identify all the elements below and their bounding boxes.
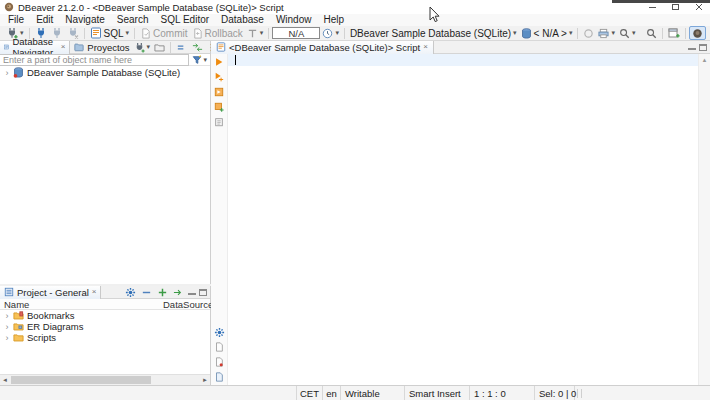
collapse-item-button[interactable] <box>140 286 153 298</box>
search-icon <box>619 28 630 39</box>
error-log-icon <box>214 357 224 367</box>
editor-settings-button[interactable] <box>213 326 226 338</box>
expand-chevron-icon[interactable]: › <box>4 333 10 343</box>
toolbar-separator <box>577 28 578 39</box>
tree-item-er-diagrams[interactable]: › ER Diagrams <box>0 321 210 332</box>
open-perspective-button[interactable] <box>666 26 682 40</box>
link-with-editor-button[interactable] <box>191 41 204 53</box>
tree-item-bookmarks[interactable]: › Bookmarks <box>0 310 210 321</box>
filter-settings-button[interactable]: ▾ <box>189 55 210 65</box>
project-settings-button[interactable] <box>124 286 137 298</box>
expand-item-button[interactable] <box>156 286 169 298</box>
minimize-view-button[interactable] <box>188 289 196 295</box>
menu-file[interactable]: File <box>2 14 30 26</box>
active-schema-combo[interactable]: < N/A > ▾ <box>519 26 575 40</box>
scripts-folder-icon <box>13 332 24 343</box>
status-timezone: CET <box>296 386 322 400</box>
execute-statement-button[interactable] <box>213 56 226 68</box>
dropdown-arrow-icon: ▾ <box>126 29 130 37</box>
project-toolbar <box>124 286 210 298</box>
menu-sql-editor[interactable]: SQL Editor <box>155 14 216 26</box>
panel-new-connection-button[interactable]: ▾ <box>134 40 151 54</box>
printer-icon <box>598 28 609 39</box>
link-with-editor-button[interactable] <box>172 286 185 298</box>
collapse-all-button[interactable] <box>175 41 188 53</box>
refresh-button[interactable] <box>581 26 596 40</box>
scroll-left-icon[interactable]: ◄ <box>0 375 10 385</box>
execute-new-tab-button[interactable] <box>213 71 226 83</box>
tab-database-navigator[interactable]: Database Navigator × <box>0 41 70 54</box>
rollback-button[interactable]: Rollback <box>190 26 245 40</box>
menu-edit[interactable]: Edit <box>30 14 59 26</box>
show-error-log-button[interactable] <box>213 356 226 368</box>
projects-tab-icon <box>74 42 84 52</box>
tab-label: Project - General <box>17 287 89 298</box>
dbeaver-perspective-button[interactable] <box>689 26 706 40</box>
menu-search[interactable]: Search <box>111 14 155 26</box>
dropdown-arrow-icon: ▾ <box>260 29 264 37</box>
status-selection: Sel: 0 | 0 <box>534 386 575 400</box>
maximize-view-button[interactable] <box>699 44 707 51</box>
folder-new-icon <box>154 42 165 53</box>
execute-script-new-icon <box>214 102 224 112</box>
rollback-label: Rollback <box>205 28 243 39</box>
object-filter-input[interactable] <box>0 54 189 66</box>
scroll-up-icon[interactable]: ▲ <box>699 54 710 65</box>
tab-project-general[interactable]: Project - General × <box>0 286 101 299</box>
scroll-right-icon[interactable]: ► <box>200 375 210 385</box>
transaction-timeout-value: N/A <box>288 28 304 39</box>
commit-icon <box>140 28 151 39</box>
vertical-scrollbar[interactable]: ▲ <box>698 54 710 385</box>
transaction-log-button[interactable]: ▾ <box>320 26 341 40</box>
column-datasource-header[interactable]: DataSource <box>163 299 213 310</box>
active-connection-combo[interactable]: DBeaver Sample Database (SQLite) ▾ <box>348 26 519 40</box>
execute-script-new-button[interactable] <box>213 101 226 113</box>
horizontal-scrollbar[interactable]: ◄ ► <box>0 374 210 385</box>
transaction-timeout-combo[interactable]: N/A <box>272 27 320 39</box>
current-line-highlight <box>228 54 698 66</box>
tab-sql-script[interactable]: <DBeaver Sample Database (SQLite)> Scrip… <box>211 41 434 54</box>
mouse-cursor <box>429 6 441 24</box>
menu-database[interactable]: Database <box>215 14 270 26</box>
disconnect-button[interactable] <box>65 26 81 40</box>
menu-help[interactable]: Help <box>317 14 350 26</box>
tab-close-icon[interactable]: × <box>61 43 66 51</box>
execute-script-icon <box>214 87 224 97</box>
toolbar-separator <box>344 28 345 39</box>
maximize-view-button[interactable] <box>199 289 207 296</box>
expand-chevron-icon[interactable]: › <box>4 311 10 321</box>
new-folder-button[interactable] <box>153 41 166 53</box>
sql-text-area[interactable] <box>228 54 698 385</box>
expand-chevron-icon[interactable]: › <box>4 322 10 332</box>
menu-navigate[interactable]: Navigate <box>59 14 110 26</box>
search-menu-button[interactable]: ▾ <box>617 26 638 40</box>
sql-editor-area: <DBeaver Sample Database (SQLite)> Scrip… <box>211 41 710 385</box>
commit-button[interactable]: Commit <box>138 26 189 40</box>
scrollbar-thumb[interactable] <box>11 376 151 384</box>
tab-close-icon[interactable]: × <box>92 288 97 296</box>
sql-editor-button[interactable]: SQL ▾ <box>88 26 132 40</box>
print-button[interactable]: ▾ <box>596 26 617 40</box>
execute-script-button[interactable] <box>213 86 226 98</box>
minimize-view-button[interactable] <box>688 44 696 50</box>
statusbar-spacer <box>0 386 296 400</box>
quick-search-button[interactable] <box>644 26 659 40</box>
gear-icon <box>214 327 225 338</box>
tree-item-scripts[interactable]: › Scripts <box>0 332 210 343</box>
show-execution-log-button[interactable] <box>213 371 226 383</box>
sql-script-icon <box>216 42 226 52</box>
explain-plan-button[interactable] <box>213 116 226 128</box>
dropdown-arrow-icon: ▾ <box>335 29 339 37</box>
menu-window[interactable]: Window <box>270 14 318 26</box>
execute-new-tab-icon <box>214 72 224 82</box>
tab-projects[interactable]: Proyectos <box>70 41 133 54</box>
tree-item-database[interactable]: › DBeaver Sample Database (SQLite) <box>0 67 210 78</box>
column-name-header[interactable]: Name <box>4 299 29 310</box>
status-grip <box>577 389 582 398</box>
status-language: en <box>322 386 340 400</box>
transaction-mode-button[interactable]: ▾ <box>245 26 266 40</box>
tab-close-icon[interactable]: × <box>423 43 428 51</box>
project-tree: › Bookmarks › ER Diagrams › Scripts <box>0 310 210 374</box>
expand-chevron-icon[interactable]: › <box>4 68 10 78</box>
show-output-button[interactable] <box>213 341 226 353</box>
